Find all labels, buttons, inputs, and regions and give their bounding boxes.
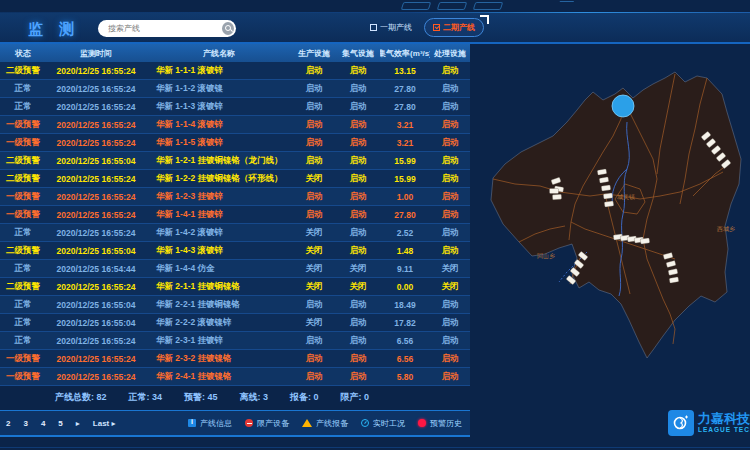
cell-name: 华新 1-4-4 仿金 xyxy=(146,260,292,277)
cell-eff: 1.48 xyxy=(380,242,430,259)
cell-time: 2020/12/25 16:55:24 xyxy=(46,188,146,205)
cell-status: 二级预警 xyxy=(0,278,46,295)
cell-eff: 2.52 xyxy=(380,224,430,241)
table-row[interactable]: 二级预警2020/12/25 16:55:04华新 1-4-3 滚镀锌关闭启动1… xyxy=(0,242,470,260)
cell-name: 华新 1-1-2 滚镀镍 xyxy=(146,80,292,97)
限产设备-button[interactable]: 限产设备 xyxy=(245,418,289,429)
table-row[interactable]: 正常2020/12/25 16:55:24华新 1-4-2 滚镀锌关闭启动2.5… xyxy=(0,224,470,242)
phase1-checkbox[interactable]: 一期产线 xyxy=(370,22,412,33)
map-panel[interactable]: 回山乡城关镇西城乡 xyxy=(470,44,750,450)
cell-eff: 0.00 xyxy=(380,278,430,295)
cell-status: 一级预警 xyxy=(0,116,46,133)
summary-item: 正常: 34 xyxy=(129,391,163,404)
table-row[interactable]: 正常2020/12/25 16:55:24华新 1-1-2 滚镀镍启动启动27.… xyxy=(0,80,470,98)
cell-prod: 启动 xyxy=(292,188,336,205)
page-button[interactable]: 5 xyxy=(58,419,62,428)
cell-status: 正常 xyxy=(0,332,46,349)
footer-button-label: 限产设备 xyxy=(257,418,289,429)
footer-button-label: 实时工况 xyxy=(373,418,405,429)
search-icon[interactable] xyxy=(222,22,234,35)
summary-item: 离线: 3 xyxy=(240,391,269,404)
facility-marker[interactable] xyxy=(603,193,613,199)
cell-name: 华新 1-1-3 滚镀锌 xyxy=(146,98,292,115)
facility-marker[interactable] xyxy=(552,194,561,200)
facility-marker[interactable] xyxy=(550,189,559,194)
table-row[interactable]: 正常2020/12/25 16:54:44华新 1-4-4 仿金关闭关闭9.11… xyxy=(0,260,470,278)
ban-icon xyxy=(245,419,253,427)
checkbox-icon[interactable] xyxy=(370,24,377,31)
pagination: 2345▸Last ▸ xyxy=(0,419,116,428)
table-row[interactable]: 正常2020/12/25 16:55:04华新 2-2-2 滚镀镍锌关闭启动17… xyxy=(0,314,470,332)
cell-time: 2020/12/25 16:55:24 xyxy=(46,368,146,385)
table-body: 二级预警2020/12/25 16:55:24华新 1-1-1 滚镀锌启动启动1… xyxy=(0,62,470,386)
cell-name: 华新 1-1-1 滚镀锌 xyxy=(146,62,292,79)
column-header: 监测时间 xyxy=(46,44,146,62)
summary-item: 产线总数: 82 xyxy=(55,391,107,404)
table-row[interactable]: 一级预警2020/12/25 16:55:24华新 2-4-1 挂镀镍铬启动启动… xyxy=(0,368,470,386)
brand-logo: 力嘉科技 LEAGUE TECH xyxy=(668,410,750,436)
map-place-label: 城关镇 xyxy=(617,193,635,200)
cell-time: 2020/12/25 16:55:04 xyxy=(46,296,146,313)
cell-name: 华新 1-4-3 滚镀锌 xyxy=(146,242,292,259)
cluster-marker[interactable] xyxy=(612,95,634,117)
cell-status: 正常 xyxy=(0,224,46,241)
page-button[interactable]: 3 xyxy=(23,419,27,428)
table-row[interactable]: 二级预警2020/12/25 16:55:04华新 1-2-1 挂镀铜镍铬（龙门… xyxy=(0,152,470,170)
cell-status: 正常 xyxy=(0,260,46,277)
table-row[interactable]: 正常2020/12/25 16:55:24华新 1-1-3 滚镀锌启动启动27.… xyxy=(0,98,470,116)
cell-proc: 启动 xyxy=(430,170,470,187)
table-row[interactable]: 一级预警2020/12/25 16:55:24华新 1-2-3 挂镀锌启动启动1… xyxy=(0,188,470,206)
cell-eff: 6.56 xyxy=(380,332,430,349)
page-button[interactable]: 4 xyxy=(41,419,45,428)
cell-proc: 启动 xyxy=(430,116,470,133)
cell-name: 华新 1-4-1 挂镀锌 xyxy=(146,206,292,223)
cell-gas: 启动 xyxy=(336,332,380,349)
cell-prod: 启动 xyxy=(292,116,336,133)
table-row[interactable]: 正常2020/12/25 16:55:04华新 2-2-1 挂镀铜镍铬启动启动1… xyxy=(0,296,470,314)
cell-time: 2020/12/25 16:55:24 xyxy=(46,80,146,97)
facility-marker[interactable] xyxy=(601,185,611,191)
cell-proc: 启动 xyxy=(430,332,470,349)
产线信息-button[interactable]: 产线信息 xyxy=(188,418,232,429)
logo-name: 力嘉科技 xyxy=(698,412,750,425)
cell-proc: 启动 xyxy=(430,296,470,313)
cell-proc: 启动 xyxy=(430,224,470,241)
cell-gas: 启动 xyxy=(336,134,380,151)
实时工况-button[interactable]: 实时工况 xyxy=(361,418,405,429)
last-page-button[interactable]: Last ▸ xyxy=(93,419,116,428)
map-place-label: 西城乡 xyxy=(717,226,735,233)
cell-status: 二级预警 xyxy=(0,152,46,169)
table-row[interactable]: 一级预警2020/12/25 16:55:24华新 1-1-5 滚镀锌启动启动3… xyxy=(0,134,470,152)
logo-icon xyxy=(668,410,694,436)
cell-eff: 6.56 xyxy=(380,350,430,367)
facility-marker[interactable] xyxy=(640,238,650,244)
next-page-button[interactable]: ▸ xyxy=(76,419,80,428)
search-input[interactable] xyxy=(98,24,222,33)
table-row[interactable]: 二级预警2020/12/25 16:55:24华新 1-1-1 滚镀锌启动启动1… xyxy=(0,62,470,80)
table-row[interactable]: 一级预警2020/12/25 16:55:24华新 2-3-2 挂镀镍铬启动启动… xyxy=(0,350,470,368)
cell-proc: 启动 xyxy=(430,152,470,169)
table-row[interactable]: 正常2020/12/25 16:55:24华新 2-3-1 挂镀锌启动启动6.5… xyxy=(0,332,470,350)
cell-gas: 启动 xyxy=(336,170,380,187)
cell-gas: 启动 xyxy=(336,98,380,115)
cell-proc: 启动 xyxy=(430,350,470,367)
table-row[interactable]: 一级预警2020/12/25 16:55:24华新 1-4-1 挂镀锌启动启动2… xyxy=(0,206,470,224)
district-map[interactable]: 回山乡城关镇西城乡 xyxy=(470,44,750,389)
cell-name: 华新 1-2-2 挂镀铜镍铬（环形线） xyxy=(146,170,292,187)
table-row[interactable]: 二级预警2020/12/25 16:55:24华新 2-1-1 挂镀铜镍铬关闭关… xyxy=(0,278,470,296)
cell-gas: 关闭 xyxy=(336,260,380,277)
cell-prod: 关闭 xyxy=(292,242,336,259)
facility-marker[interactable] xyxy=(604,201,614,207)
cell-gas: 启动 xyxy=(336,152,380,169)
cell-eff: 3.21 xyxy=(380,116,430,133)
phase2-button[interactable]: 二期产线 xyxy=(424,18,484,37)
table-row[interactable]: 一级预警2020/12/25 16:55:24华新 1-1-4 滚镀锌启动启动3… xyxy=(0,116,470,134)
alarm-icon xyxy=(418,419,426,427)
search-box xyxy=(98,20,236,37)
page-button[interactable]: 2 xyxy=(6,419,10,428)
table-row[interactable]: 二级预警2020/12/25 16:55:24华新 1-2-2 挂镀铜镍铬（环形… xyxy=(0,170,470,188)
footer-button-label: 预警历史 xyxy=(430,418,462,429)
预警历史-button[interactable]: 预警历史 xyxy=(418,418,462,429)
产线报备-button[interactable]: 产线报备 xyxy=(302,418,348,429)
map-place-label: 回山乡 xyxy=(537,253,555,260)
